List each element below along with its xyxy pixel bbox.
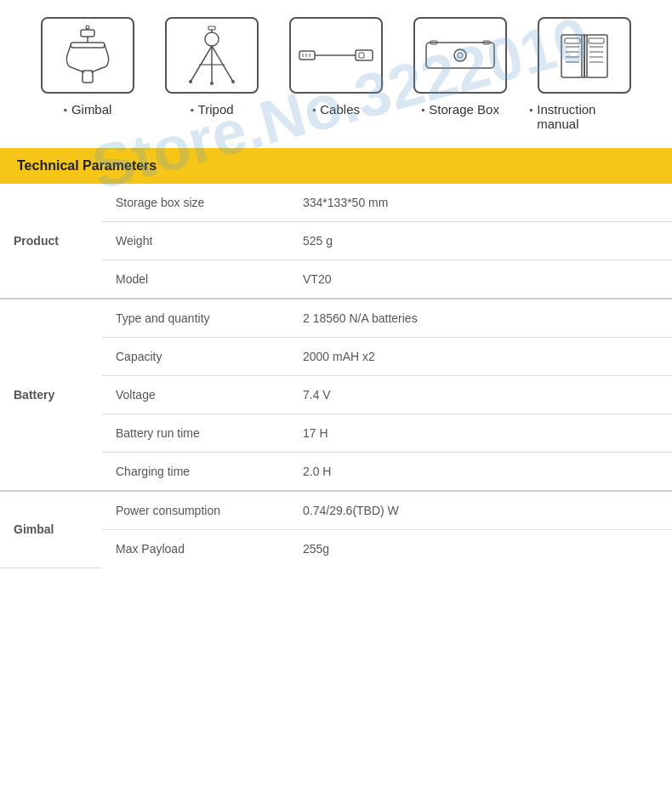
icon-item-gimbal: Gimbal xyxy=(32,17,143,117)
params-table: ProductStorage box size334*133*50 mmWeig… xyxy=(0,184,672,568)
param-value: 334*133*50 mm xyxy=(289,184,672,222)
gimbal-label: Gimbal xyxy=(64,102,112,117)
svg-point-15 xyxy=(189,80,192,83)
param-value: 2 18560 N/A batteries xyxy=(289,299,672,338)
param-name: Charging time xyxy=(102,453,289,492)
svg-rect-46 xyxy=(589,38,604,43)
cables-icon xyxy=(298,43,374,68)
svg-line-3 xyxy=(67,45,71,55)
svg-point-10 xyxy=(205,32,219,46)
svg-line-12 xyxy=(212,46,233,82)
param-value: 0.74/29.6(TBD) W xyxy=(289,491,672,530)
gimbal-icon xyxy=(62,26,113,85)
svg-point-28 xyxy=(454,49,466,61)
icon-item-instruction-manual: Instruction manual xyxy=(529,17,640,131)
param-name: Capacity xyxy=(102,338,289,376)
svg-rect-27 xyxy=(426,43,494,68)
tripod-label: Tripod xyxy=(190,102,233,117)
svg-line-6 xyxy=(91,66,106,72)
table-row: BatteryType and quantity2 18560 N/A batt… xyxy=(0,299,672,338)
icon-item-tripod: Tripod xyxy=(157,17,267,117)
tripod-icon xyxy=(178,24,246,88)
param-value: 7.4 V xyxy=(289,376,672,414)
param-name: Max Payload xyxy=(102,530,289,568)
param-name: Battery run time xyxy=(102,414,289,453)
category-cell: Gimbal xyxy=(0,491,102,568)
param-value: 2.0 H xyxy=(289,453,672,492)
svg-rect-45 xyxy=(565,38,580,43)
param-value: 255g xyxy=(289,530,672,568)
storage-box-label: Storage Box xyxy=(421,102,499,117)
param-name: Weight xyxy=(102,222,289,260)
svg-rect-20 xyxy=(299,51,315,60)
param-value: 2000 mAH x2 xyxy=(289,338,672,376)
cables-label: Cables xyxy=(312,102,360,117)
table-row: ProductStorage box size334*133*50 mm xyxy=(0,184,672,222)
param-value: 525 g xyxy=(289,222,672,260)
svg-point-29 xyxy=(458,53,463,58)
param-name: Model xyxy=(102,260,289,299)
svg-line-4 xyxy=(105,45,108,55)
svg-line-11 xyxy=(191,46,212,82)
icons-section: Gimbal Tripod xyxy=(0,0,672,140)
instruction-manual-label: Instruction manual xyxy=(529,102,640,131)
svg-point-17 xyxy=(210,82,214,85)
storage-box-icon-box xyxy=(413,17,507,94)
storage-box-icon xyxy=(422,34,498,77)
svg-rect-2 xyxy=(71,43,105,48)
cables-icon-box xyxy=(289,17,383,94)
category-cell: Product xyxy=(0,184,102,299)
param-name: Storage box size xyxy=(102,184,289,222)
gimbal-icon-box xyxy=(41,17,134,94)
param-name: Voltage xyxy=(102,376,289,414)
svg-rect-19 xyxy=(208,26,215,30)
param-name: Power consumption xyxy=(102,491,289,530)
icon-item-storage-box: Storage Box xyxy=(405,17,515,117)
param-value: 17 H xyxy=(289,414,672,453)
svg-rect-0 xyxy=(81,30,94,37)
param-name: Type and quantity xyxy=(102,299,289,338)
svg-point-16 xyxy=(231,80,235,83)
tech-parameters-title: Technical Parameters xyxy=(17,158,157,173)
table-row: GimbalPower consumption0.74/29.6(TBD) W xyxy=(0,491,672,530)
instruction-manual-icon xyxy=(555,28,614,83)
svg-line-5 xyxy=(69,66,84,72)
param-value: VT20 xyxy=(289,260,672,299)
tripod-icon-box xyxy=(165,17,259,94)
svg-point-9 xyxy=(86,26,89,29)
icon-item-cables: Cables xyxy=(281,17,391,117)
instruction-manual-icon-box xyxy=(538,17,631,94)
category-cell: Battery xyxy=(0,299,102,491)
svg-rect-23 xyxy=(359,53,364,58)
tech-parameters-header: Technical Parameters xyxy=(0,148,672,184)
